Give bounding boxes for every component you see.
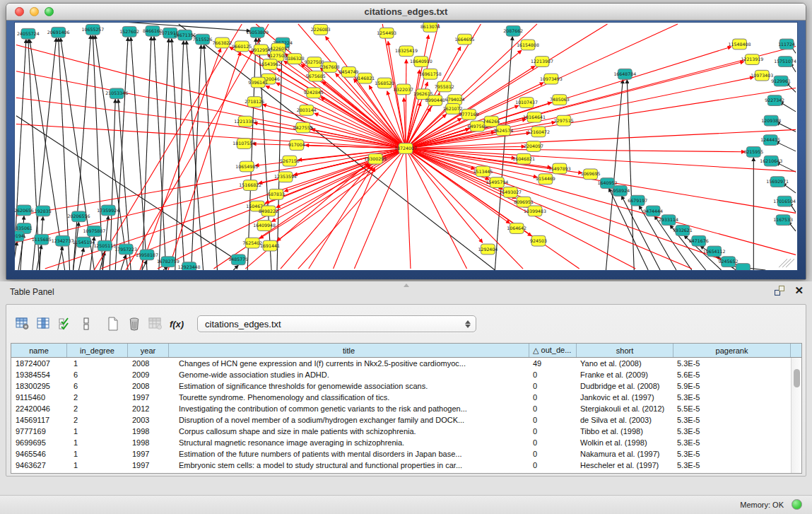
graph-node[interactable]: 9129961: [771, 76, 791, 86]
graph-node[interactable]: 1664695: [455, 34, 475, 45]
function-builder-icon[interactable]: f(x): [166, 313, 187, 335]
graph-node[interactable]: 12160472: [527, 127, 550, 137]
graph-node[interactable]: 9245652: [719, 257, 739, 267]
graph-node[interactable]: 11548408: [729, 39, 751, 49]
graph-node[interactable]: 9154469: [536, 174, 555, 185]
table-row[interactable]: 1938455462009Genome-wide association stu…: [11, 369, 801, 380]
table-vertical-scrollbar[interactable]: [791, 358, 801, 473]
graph-node[interactable]: 8990448: [425, 95, 445, 106]
column-header-in_degree[interactable]: in_degree: [67, 344, 128, 357]
graph-node[interactable]: 1064642: [507, 223, 526, 234]
graph-node[interactable]: 2226083: [311, 24, 331, 35]
graph-node[interactable]: 1254493: [377, 28, 396, 38]
graph-node[interactable]: 18640910: [410, 57, 433, 67]
graph-node[interactable]: 39194: [15, 230, 24, 241]
graph-node[interactable]: 12353594: [274, 172, 297, 182]
table-panel-titlebar[interactable]: Table Panel ✕: [0, 281, 812, 303]
column-header-title[interactable]: title: [169, 344, 529, 357]
graph-node[interactable]: 16782759: [157, 257, 180, 267]
table-row[interactable]: 1830029562008Estimation of significance …: [11, 380, 801, 392]
graph-node[interactable]: 2718126: [245, 97, 264, 107]
graph-node[interactable]: 5267150: [280, 156, 300, 166]
graph-node[interactable]: 1691441: [260, 240, 280, 251]
graph-node[interactable]: 10654985: [235, 161, 258, 172]
network-view[interactable]: 2405572420691406106552571527602846616010…: [14, 22, 798, 271]
graph-node[interactable]: 9485779: [228, 255, 248, 265]
table-row[interactable]: 1872400712008Changes of HCN gene express…: [11, 358, 801, 369]
graph-node[interactable]: 1244415: [760, 135, 780, 146]
graph-node[interactable]: 7663822: [212, 37, 232, 48]
graph-node[interactable]: 20691406: [47, 27, 70, 37]
graph-node[interactable]: 7485063: [550, 95, 570, 105]
graph-node[interactable]: 746266: [483, 116, 500, 127]
graph-node[interactable]: 12505115: [93, 240, 116, 251]
graph-node[interactable]: 18325419: [395, 46, 418, 57]
graph-node[interactable]: 12923448: [178, 262, 201, 270]
graph-node[interactable]: 5675685: [306, 71, 326, 81]
graph-node[interactable]: 8613074: [420, 23, 440, 32]
graph-node[interactable]: 2367608: [320, 62, 340, 73]
close-panel-icon[interactable]: ✕: [794, 286, 804, 296]
column-header-name[interactable]: name: [11, 344, 67, 357]
graph-node[interactable]: 1115685: [32, 234, 52, 245]
delete-table-icon[interactable]: [124, 313, 145, 335]
row-height-icon[interactable]: [76, 313, 97, 335]
graph-node[interactable]: 2204097: [524, 141, 543, 152]
graph-node[interactable]: 1513445: [473, 166, 493, 177]
new-table-icon[interactable]: [102, 313, 124, 335]
graph-node[interactable]: 19958187: [136, 250, 158, 260]
graph-node[interactable]: 1209388: [761, 115, 781, 126]
graph-node[interactable]: 17957223: [114, 244, 137, 255]
scrollbar-thumb[interactable]: [794, 369, 800, 387]
graph-node[interactable]: 8322037: [394, 84, 413, 95]
graph-node[interactable]: 12213987: [531, 57, 553, 67]
graph-node[interactable]: 7932621: [673, 226, 693, 236]
graph-node[interactable]: 3624574: [493, 125, 513, 136]
graph-node[interactable]: 9242845: [304, 88, 324, 98]
graph-node[interactable]: 16053809: [246, 27, 269, 37]
column-header-year[interactable]: year: [128, 344, 169, 357]
graph-node[interactable]: 8186328: [285, 54, 305, 64]
graph-node[interactable]: 8498222: [259, 206, 278, 216]
graph-node[interactable]: 1069695: [581, 169, 601, 180]
float-panel-icon[interactable]: [775, 286, 784, 296]
graph-node[interactable]: 9660125: [232, 41, 252, 52]
graph-node[interactable]: 6679197: [628, 195, 647, 206]
graph-node[interactable]: 8427552: [293, 122, 313, 133]
graph-node[interactable]: 16961758: [419, 69, 442, 79]
table-row[interactable]: 969969511998Structural magnetic resonanc…: [11, 437, 801, 448]
graph-node[interactable]: 1167533: [773, 215, 793, 226]
graph-node[interactable]: 8215955: [743, 146, 763, 157]
graph-node[interactable]: 9396141: [248, 77, 268, 88]
graph-node[interactable]: 924503: [530, 235, 547, 246]
table-row[interactable]: 946362711997Embryonic stem cells: a mode…: [11, 460, 801, 471]
graph-node[interactable]: 1292404: [478, 244, 498, 255]
graph-node[interactable]: 1297515: [554, 115, 574, 126]
panel-resize-handle[interactable]: [404, 284, 409, 287]
graph-node[interactable]: 16210643: [760, 156, 782, 166]
window-titlebar[interactable]: citations_edges.txt: [6, 4, 806, 21]
graph-node[interactable]: 10973403: [751, 70, 773, 81]
graph-node[interactable]: 2620656: [15, 205, 34, 216]
graph-node[interactable]: 1527602: [119, 26, 139, 37]
graph-node[interactable]: 15751074: [774, 57, 796, 67]
graph-node[interactable]: 15497893: [548, 163, 571, 174]
column-header-pagerank[interactable]: pagerank: [673, 344, 791, 357]
network-canvas[interactable]: 2405572420691406106552571527602846616010…: [15, 23, 797, 270]
graph-node[interactable]: 7625402: [242, 238, 262, 248]
graph-node[interactable]: 6958924: [610, 186, 630, 197]
graph-node[interactable]: 24055724: [17, 28, 40, 39]
graph-node[interactable]: 2933114: [659, 215, 678, 226]
graph-node[interactable]: [736, 264, 750, 270]
column-header-out_de[interactable]: △ out_de...: [529, 344, 577, 357]
graph-node[interactable]: 111724: [778, 39, 795, 49]
table-row[interactable]: 2242004622012Investigating the contribut…: [11, 403, 801, 414]
graph-node[interactable]: 10654112: [703, 246, 726, 257]
import-table-icon[interactable]: [145, 313, 166, 335]
graph-node[interactable]: 17016504: [773, 196, 796, 206]
graph-node[interactable]: 917004: [288, 140, 305, 151]
select-rows-icon[interactable]: [54, 313, 76, 335]
graph-node[interactable]: 7515526: [193, 34, 213, 45]
graph-node[interactable]: 587833: [268, 189, 285, 199]
graph-node[interactable]: 192835: [35, 206, 52, 216]
